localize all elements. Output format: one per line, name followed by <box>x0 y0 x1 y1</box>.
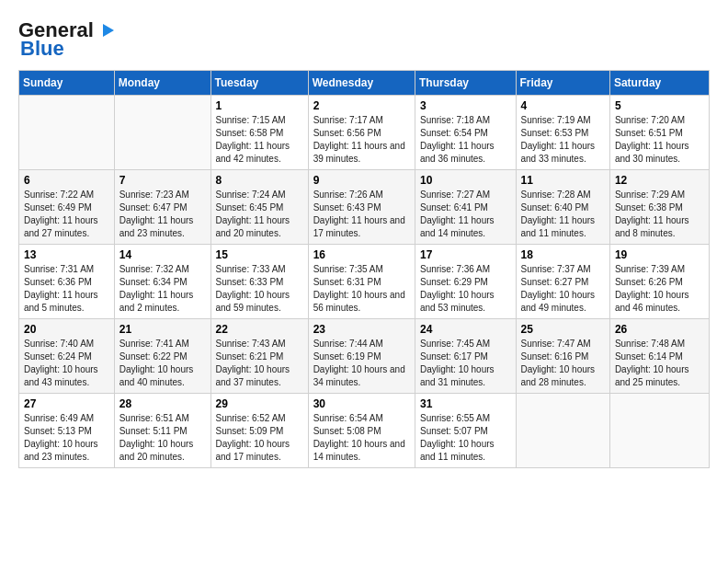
header-row: SundayMondayTuesdayWednesdayThursdayFrid… <box>19 71 710 96</box>
day-cell: 18Sunrise: 7:37 AMSunset: 6:27 PMDayligh… <box>516 245 609 319</box>
day-cell: 6Sunrise: 7:22 AMSunset: 6:49 PMDaylight… <box>19 170 115 245</box>
day-number: 26 <box>615 323 704 336</box>
day-number: 28 <box>119 397 206 410</box>
day-cell <box>19 96 115 170</box>
day-number: 10 <box>420 174 511 187</box>
day-number: 8 <box>216 174 303 187</box>
day-info: Sunrise: 7:37 AMSunset: 6:27 PMDaylight:… <box>521 263 605 315</box>
day-cell: 27Sunrise: 6:49 AMSunset: 5:13 PMDayligh… <box>19 394 115 468</box>
day-cell: 29Sunrise: 6:52 AMSunset: 5:09 PMDayligh… <box>210 394 308 468</box>
day-info: Sunrise: 7:26 AMSunset: 6:43 PMDaylight:… <box>313 189 410 240</box>
day-info: Sunrise: 7:19 AMSunset: 6:53 PMDaylight:… <box>521 114 605 166</box>
day-cell: 14Sunrise: 7:32 AMSunset: 6:34 PMDayligh… <box>114 245 210 319</box>
day-number: 4 <box>521 99 605 112</box>
day-cell: 25Sunrise: 7:47 AMSunset: 6:16 PMDayligh… <box>516 319 609 394</box>
day-info: Sunrise: 6:54 AMSunset: 5:08 PMDaylight:… <box>313 412 410 464</box>
day-info: Sunrise: 7:33 AMSunset: 6:33 PMDaylight:… <box>216 263 303 315</box>
day-number: 30 <box>313 397 410 410</box>
day-cell: 17Sunrise: 7:36 AMSunset: 6:29 PMDayligh… <box>415 245 516 319</box>
day-cell: 23Sunrise: 7:44 AMSunset: 6:19 PMDayligh… <box>308 319 415 394</box>
day-info: Sunrise: 7:43 AMSunset: 6:21 PMDaylight:… <box>216 338 303 389</box>
day-info: Sunrise: 7:22 AMSunset: 6:49 PMDaylight:… <box>24 189 109 240</box>
day-cell: 26Sunrise: 7:48 AMSunset: 6:14 PMDayligh… <box>609 319 709 394</box>
day-cell: 28Sunrise: 6:51 AMSunset: 5:11 PMDayligh… <box>114 394 210 468</box>
day-info: Sunrise: 7:24 AMSunset: 6:45 PMDaylight:… <box>216 189 303 240</box>
day-cell <box>609 394 709 468</box>
header-cell-wednesday: Wednesday <box>308 71 415 96</box>
day-info: Sunrise: 7:36 AMSunset: 6:29 PMDaylight:… <box>420 263 511 315</box>
day-number: 14 <box>119 248 206 261</box>
day-number: 21 <box>119 323 206 336</box>
day-number: 20 <box>24 323 109 336</box>
day-info: Sunrise: 6:52 AMSunset: 5:09 PMDaylight:… <box>216 412 303 464</box>
day-info: Sunrise: 7:15 AMSunset: 6:58 PMDaylight:… <box>216 114 303 166</box>
day-cell: 12Sunrise: 7:29 AMSunset: 6:38 PMDayligh… <box>609 170 709 245</box>
day-number: 11 <box>521 174 605 187</box>
day-number: 18 <box>521 248 605 261</box>
day-info: Sunrise: 7:20 AMSunset: 6:51 PMDaylight:… <box>615 114 704 166</box>
day-info: Sunrise: 6:55 AMSunset: 5:07 PMDaylight:… <box>420 412 511 464</box>
day-number: 7 <box>119 174 206 187</box>
svg-marker-0 <box>103 24 114 37</box>
day-cell: 2Sunrise: 7:17 AMSunset: 6:56 PMDaylight… <box>308 96 415 170</box>
day-number: 12 <box>615 174 704 187</box>
day-number: 1 <box>216 99 303 112</box>
header-cell-sunday: Sunday <box>19 71 115 96</box>
day-info: Sunrise: 7:18 AMSunset: 6:54 PMDaylight:… <box>420 114 511 166</box>
day-number: 16 <box>313 248 410 261</box>
day-cell: 19Sunrise: 7:39 AMSunset: 6:26 PMDayligh… <box>609 245 709 319</box>
day-info: Sunrise: 7:44 AMSunset: 6:19 PMDaylight:… <box>313 338 410 389</box>
header: General Blue <box>18 18 710 61</box>
day-cell: 11Sunrise: 7:28 AMSunset: 6:40 PMDayligh… <box>516 170 609 245</box>
header-cell-monday: Monday <box>114 71 210 96</box>
day-number: 25 <box>521 323 605 336</box>
day-number: 27 <box>24 397 109 410</box>
day-info: Sunrise: 7:40 AMSunset: 6:24 PMDaylight:… <box>24 338 109 389</box>
day-number: 15 <box>216 248 303 261</box>
day-cell: 31Sunrise: 6:55 AMSunset: 5:07 PMDayligh… <box>415 394 516 468</box>
day-cell: 4Sunrise: 7:19 AMSunset: 6:53 PMDaylight… <box>516 96 609 170</box>
week-row-3: 20Sunrise: 7:40 AMSunset: 6:24 PMDayligh… <box>19 319 710 394</box>
day-info: Sunrise: 7:47 AMSunset: 6:16 PMDaylight:… <box>521 338 605 389</box>
day-info: Sunrise: 6:49 AMSunset: 5:13 PMDaylight:… <box>24 412 109 464</box>
header-cell-thursday: Thursday <box>415 71 516 96</box>
day-number: 23 <box>313 323 410 336</box>
header-cell-tuesday: Tuesday <box>210 71 308 96</box>
day-info: Sunrise: 7:29 AMSunset: 6:38 PMDaylight:… <box>615 189 704 240</box>
logo-blue: Blue <box>20 37 64 61</box>
day-cell: 1Sunrise: 7:15 AMSunset: 6:58 PMDaylight… <box>210 96 308 170</box>
day-cell: 16Sunrise: 7:35 AMSunset: 6:31 PMDayligh… <box>308 245 415 319</box>
day-cell: 7Sunrise: 7:23 AMSunset: 6:47 PMDaylight… <box>114 170 210 245</box>
calendar-table: SundayMondayTuesdayWednesdayThursdayFrid… <box>18 70 710 468</box>
day-number: 17 <box>420 248 511 261</box>
day-info: Sunrise: 7:41 AMSunset: 6:22 PMDaylight:… <box>119 338 206 389</box>
day-cell: 5Sunrise: 7:20 AMSunset: 6:51 PMDaylight… <box>609 96 709 170</box>
day-cell: 13Sunrise: 7:31 AMSunset: 6:36 PMDayligh… <box>19 245 115 319</box>
day-number: 22 <box>216 323 303 336</box>
day-number: 2 <box>313 99 410 112</box>
day-info: Sunrise: 7:32 AMSunset: 6:34 PMDaylight:… <box>119 263 206 315</box>
day-info: Sunrise: 7:27 AMSunset: 6:41 PMDaylight:… <box>420 189 511 240</box>
day-cell: 22Sunrise: 7:43 AMSunset: 6:21 PMDayligh… <box>210 319 308 394</box>
day-number: 5 <box>615 99 704 112</box>
day-cell: 15Sunrise: 7:33 AMSunset: 6:33 PMDayligh… <box>210 245 308 319</box>
header-cell-friday: Friday <box>516 71 609 96</box>
day-number: 13 <box>24 248 109 261</box>
day-number: 19 <box>615 248 704 261</box>
week-row-1: 6Sunrise: 7:22 AMSunset: 6:49 PMDaylight… <box>19 170 710 245</box>
day-number: 3 <box>420 99 511 112</box>
day-cell <box>516 394 609 468</box>
day-number: 6 <box>24 174 109 187</box>
header-cell-saturday: Saturday <box>609 71 709 96</box>
day-info: Sunrise: 7:23 AMSunset: 6:47 PMDaylight:… <box>119 189 206 240</box>
day-info: Sunrise: 7:48 AMSunset: 6:14 PMDaylight:… <box>615 338 704 389</box>
logo-icon <box>96 20 116 40</box>
day-cell: 24Sunrise: 7:45 AMSunset: 6:17 PMDayligh… <box>415 319 516 394</box>
day-number: 24 <box>420 323 511 336</box>
day-info: Sunrise: 7:31 AMSunset: 6:36 PMDaylight:… <box>24 263 109 315</box>
day-cell: 20Sunrise: 7:40 AMSunset: 6:24 PMDayligh… <box>19 319 115 394</box>
day-cell <box>114 96 210 170</box>
day-cell: 9Sunrise: 7:26 AMSunset: 6:43 PMDaylight… <box>308 170 415 245</box>
logo: General Blue <box>18 18 116 61</box>
day-number: 29 <box>216 397 303 410</box>
